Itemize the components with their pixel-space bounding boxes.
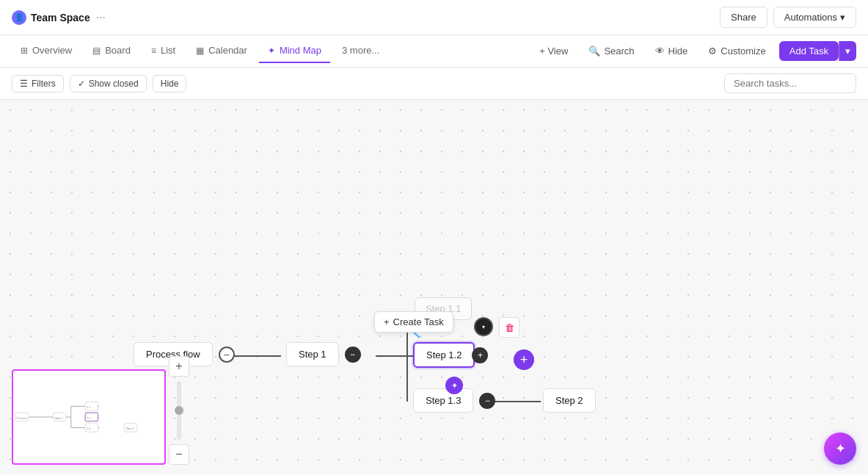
step1-3-expand-button[interactable]: − [479,393,495,409]
step1-3-label: Step 1.3 [426,395,461,406]
automations-chevron: ▾ [840,12,845,23]
tab-mindmap[interactable]: ✦ Mind Map [259,39,330,63]
share-button[interactable]: Share [720,7,767,28]
team-space-label: Team Space [31,12,90,23]
automations-button[interactable]: Automations ▾ [773,7,856,28]
tab-more[interactable]: 3 more... [333,39,388,63]
create-task-button[interactable]: + Create Task [374,311,453,333]
toolbar: ☰ Filters ✓ Show closed Hide [0,68,868,100]
add-task-label: Add Task [789,46,828,57]
calendar-icon: ▦ [196,46,204,56]
tab-more-label: 3 more... [342,45,379,56]
filters-button[interactable]: ☰ Filters [12,75,64,93]
automations-label: Automations [784,12,837,23]
svg-text:Step 2: Step 2 [125,427,134,430]
search-icon: 🔍 [588,46,600,57]
filters-label: Filters [32,79,56,89]
tab-board-label: Board [105,45,131,56]
step1-3-avatar-icon: ✦ [451,381,458,391]
step1-3-minus-icon: − [485,396,490,405]
color-picker-chevron-icon: ▾ [482,324,485,330]
add-task-button[interactable]: Add Task [779,41,839,61]
view-add-button[interactable]: + View [532,42,575,60]
zoom-controls: + − [169,356,189,465]
show-closed-label: Show closed [89,79,139,89]
tab-board[interactable]: ▤ Board [84,39,139,63]
search-button[interactable]: 🔍 Search [581,42,641,60]
tab-list[interactable]: ≡ List [142,39,184,63]
zoom-in-button[interactable]: + [169,356,189,377]
team-icon: 👤 [12,10,26,25]
header: 👤 Team Space ··· Share Automations ▾ [0,0,868,35]
show-closed-icon: ✓ [78,79,85,89]
header-left: 👤 Team Space ··· [12,10,106,25]
minimap-inner: Process Step 1 1.1 1.2 1.3 Step 2 [13,371,164,463]
hide-icon: 👁 [655,46,665,57]
step1-3-box[interactable]: Step 1.3 [413,388,473,413]
hide-button[interactable]: 👁 Hide [648,42,696,60]
svg-text:1.3: 1.3 [87,427,90,430]
color-picker-button[interactable]: ▾ [474,317,493,336]
add-task-dropdown-chevron: ▾ [845,46,850,57]
toolbar-hide-button[interactable]: Hide [153,75,187,93]
toolbar-hide-label: Hide [161,79,179,89]
node-step1-2[interactable]: Step 1.2 + [413,342,475,368]
svg-text:Process: Process [17,416,27,420]
create-task-label: Create Task [393,316,444,327]
gear-icon: ⚙ [708,46,717,57]
step1-2-label: Step 1.2 [426,349,462,360]
list-icon: ≡ [151,46,156,56]
mindmap-icon: ✦ [268,46,275,56]
filter-icon: ☰ [20,79,28,89]
customize-label: Customize [721,46,765,57]
zoom-out-button[interactable]: − [169,444,189,465]
add-task-dropdown-button[interactable]: ▾ [839,41,856,61]
node-step2[interactable]: Step 2 [543,388,596,413]
search-tasks-input[interactable] [724,73,856,93]
tab-list-label: List [161,45,175,56]
step1-3-avatar: ✦ [445,377,463,394]
tab-overview[interactable]: ⊞ Overview [12,39,81,63]
tab-mindmap-label: Mind Map [280,45,321,56]
customize-button[interactable]: ⚙ Customize [701,42,773,60]
step1-2-box[interactable]: Step 1.2 [413,342,475,368]
minimap-svg: Process Step 1 1.1 1.2 1.3 Step 2 [13,371,164,463]
nav-right: + View 🔍 Search 👁 Hide ⚙ Customize Add T… [532,41,856,61]
mind-map-canvas[interactable]: Process flow Step 1 − Step 1.1 + Create … [0,100,868,475]
process-flow-collapse-button[interactable] [219,347,235,363]
more-options-icon[interactable]: ··· [96,11,106,24]
step1-expand-button[interactable]: − [345,347,361,363]
svg-text:Step 1: Step 1 [54,416,62,420]
hide-label: Hide [668,46,688,57]
step1-label: Step 1 [299,349,327,360]
spark-icon: ✦ [835,440,846,457]
header-right: Share Automations ▾ [720,7,856,28]
add-sibling-icon: + [520,352,528,368]
tab-calendar-label: Calendar [208,45,247,56]
node-step1[interactable]: Step 1 − [286,342,361,366]
step2-label: Step 2 [555,395,583,406]
overview-icon: ⊞ [21,46,28,56]
spark-fab-button[interactable]: ✦ [824,432,856,465]
board-icon: ▤ [92,46,101,56]
svg-text:1.1: 1.1 [87,405,90,409]
step1-2-plus-icon: + [478,351,483,360]
step1-box[interactable]: Step 1 [286,342,339,366]
trash-button[interactable]: 🗑 [499,317,519,338]
step2-box[interactable]: Step 2 [543,388,596,413]
zoom-slider[interactable] [177,381,181,440]
step1-2-expand-button[interactable]: + [472,347,488,363]
team-space-title: 👤 Team Space [12,10,90,25]
trash-icon: 🗑 [505,322,514,333]
tab-overview-label: Overview [32,45,72,56]
node-step1-3[interactable]: ✦ Step 1.3 − [413,388,495,413]
add-task-group: Add Task ▾ [779,41,856,61]
show-closed-button[interactable]: ✓ Show closed [70,75,147,93]
tab-calendar[interactable]: ▦ Calendar [187,39,256,63]
nav-tabs: ⊞ Overview ▤ Board ≡ List ▦ Calendar ✦ M… [0,35,868,68]
search-label: Search [604,46,634,57]
add-sibling-button[interactable]: + [514,349,534,370]
zoom-slider-thumb[interactable] [175,406,183,415]
view-add-label: + View [539,46,568,57]
minimap: Process Step 1 1.1 1.2 1.3 Step 2 [12,369,166,465]
